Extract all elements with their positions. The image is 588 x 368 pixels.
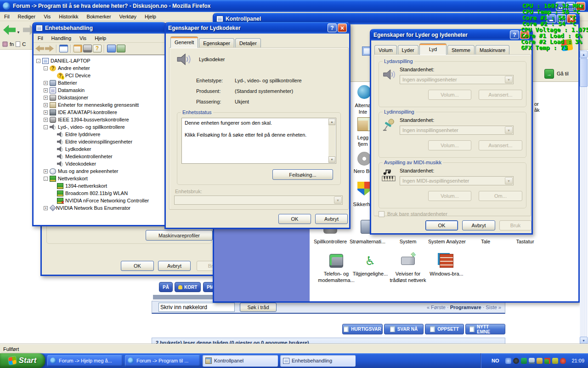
- tray-green-c-icon[interactable]: [521, 358, 527, 364]
- quick-reply-button[interactable]: HURTIGSVAR: [342, 324, 383, 334]
- tab-lyder[interactable]: Lyder: [398, 45, 418, 55]
- start-button[interactable]: Start: [0, 353, 45, 368]
- sound-dialog-titlebar[interactable]: Egenskaper for Lyder og lydenheter: [371, 29, 531, 40]
- update-driver-icon[interactable]: [107, 45, 116, 52]
- tree-item-computer[interactable]: -DANIEL-LAPTOP: [34, 57, 165, 64]
- pagination-last[interactable]: Siste »: [486, 305, 501, 310]
- language-indicator[interactable]: NO: [487, 358, 504, 363]
- tab-maskinvare[interactable]: Maskinvare: [475, 45, 509, 55]
- tab-lyd[interactable]: Lyd: [419, 43, 447, 55]
- tab-egenskaper[interactable]: Egenskaper: [199, 38, 234, 48]
- midi-about-button[interactable]: Om...: [479, 191, 522, 201]
- recording-volume-button[interactable]: Volum...: [428, 140, 471, 150]
- tree-item-media-control[interactable]: Mediekontrollenheter: [34, 153, 165, 160]
- dm-menu-fil[interactable]: Fil: [34, 34, 47, 42]
- menu-hjelp[interactable]: Hjelp: [141, 13, 160, 20]
- pagination-first[interactable]: « Første: [427, 305, 446, 310]
- show-console-icon[interactable]: [59, 45, 68, 52]
- cancel-button[interactable]: Avbryt: [462, 220, 495, 230]
- dm-menu-hjelp[interactable]: Hjelp: [90, 34, 110, 42]
- codec-dialog-titlebar[interactable]: Egenskaper for Lydkodeker: [166, 22, 349, 34]
- menu-historikk[interactable]: Historikk: [55, 13, 82, 20]
- apply-button[interactable]: Bruk: [499, 220, 531, 230]
- go-label[interactable]: Gå til: [557, 71, 569, 76]
- playback-advanced-button[interactable]: Avansert...: [479, 90, 522, 100]
- combo-dropdown-icon[interactable]: ▼: [334, 196, 342, 204]
- reply-now-button[interactable]: SVAR NÅ: [384, 324, 424, 334]
- combo-dropdown-icon[interactable]: ▼: [505, 76, 513, 83]
- bookmark-fn[interactable]: fn: [10, 41, 14, 47]
- thread-search-input[interactable]: [158, 303, 235, 312]
- options-button[interactable]: OPPSETT: [425, 324, 464, 334]
- checkbox-icon[interactable]: [379, 211, 384, 217]
- task-forum-hjelp[interactable]: Forum -> Hjelp meg å...: [47, 355, 123, 367]
- scroll-down-icon[interactable]: ▼: [328, 156, 335, 163]
- tab-detaljer[interactable]: Detaljer: [235, 38, 261, 48]
- scrollbar[interactable]: ▲ ▼: [580, 51, 588, 344]
- menu-vis[interactable]: Vis: [40, 13, 55, 20]
- device-manager-titlebar[interactable]: Enhetsbehandling: [34, 22, 165, 34]
- tray-network-icon[interactable]: [529, 358, 535, 364]
- keyboard-label[interactable]: Tastatur: [500, 238, 550, 245]
- task-forum-program[interactable]: Forum -> Program til ...: [125, 355, 200, 367]
- tray-yellow2-icon[interactable]: [552, 358, 558, 364]
- properties-icon[interactable]: [74, 45, 82, 52]
- tree-item-audio-codecs[interactable]: Lydkodeker: [34, 145, 165, 153]
- tree-item-ide[interactable]: +IDE ATA/ATAPI-kontrollere: [34, 109, 165, 116]
- go-arrow-icon[interactable]: →: [544, 69, 554, 79]
- default-devices-checkbox[interactable]: Bruk bare standardenheter: [379, 211, 447, 217]
- device-usage-combo[interactable]: ▼: [174, 196, 343, 205]
- tree-item-video-codecs[interactable]: Videokodeker: [34, 160, 165, 167]
- phone-modem-icon[interactable]: [329, 254, 343, 268]
- tree-item-sound-controllers[interactable]: -Lyd-, video- og spillkontrollere: [34, 123, 165, 131]
- tree-item-legacy-audio[interactable]: Eldre lyddrivere: [34, 131, 165, 138]
- playback-device-combo[interactable]: Ingen avspillingsenheter▼: [400, 75, 514, 84]
- menu-bokmerker[interactable]: Bokmerker: [82, 13, 115, 20]
- new-topic-button[interactable]: NYTT EMNE: [465, 324, 505, 334]
- midi-device-combo[interactable]: Ingen MIDI-avspillingsenheter▼: [400, 176, 514, 185]
- scroll-up-icon[interactable]: ▲: [328, 119, 335, 125]
- cancel-button[interactable]: Avbryt: [315, 214, 348, 224]
- windows-firewall-label[interactable]: Windows-bra...: [421, 270, 472, 277]
- accessibility-icon[interactable]: ♿: [363, 254, 377, 268]
- tree-item-other-devices[interactable]: -Andre enheter: [34, 64, 165, 72]
- task-enhetsbehandling[interactable]: Enhetsbehandling: [280, 355, 356, 367]
- task-kontrollpanel[interactable]: Kontrollpanel: [203, 355, 278, 367]
- tree-item-nvidia-nforce[interactable]: NVIDIA nForce Networking Controller: [34, 197, 165, 204]
- print-icon[interactable]: [83, 45, 92, 52]
- tab-stemme[interactable]: Stemme: [447, 45, 475, 55]
- tray-yellow-icon[interactable]: [537, 358, 543, 364]
- help-button[interactable]: [510, 30, 519, 39]
- tree-item-disk-drives[interactable]: +Diskstasjoner: [34, 94, 165, 101]
- clock[interactable]: 21:09: [568, 358, 584, 363]
- menu-fil[interactable]: Fil: [0, 13, 14, 20]
- back-button-icon[interactable]: [3, 25, 16, 35]
- internet-options-icon[interactable]: [357, 85, 371, 99]
- forum-card-button[interactable]: KORT: [175, 282, 201, 292]
- scroll-down-icon[interactable]: ▼: [580, 337, 588, 344]
- back-dropdown-icon[interactable]: ▼: [17, 30, 20, 34]
- menu-verktoy[interactable]: Verktøy: [115, 13, 141, 20]
- forum-online-button[interactable]: PÅ: [159, 282, 173, 292]
- recording-device-combo[interactable]: Ingen innspillingsenheter▼: [400, 126, 514, 135]
- combo-dropdown-icon[interactable]: ▼: [505, 126, 513, 134]
- back-icon[interactable]: [35, 45, 44, 52]
- textarea-scrollbar[interactable]: ▲ ▼: [328, 119, 335, 163]
- tray-green-x-icon[interactable]: [544, 358, 550, 364]
- add-remove-programs-icon[interactable]: [357, 117, 371, 131]
- tree-item-computer-node[interactable]: +Datamaskin: [34, 86, 165, 94]
- troubleshoot-button[interactable]: Feilsøking...: [272, 169, 333, 180]
- firewall-icon[interactable]: [440, 254, 453, 268]
- tree-item-batteries[interactable]: +Batterier: [34, 79, 165, 86]
- ok-button[interactable]: OK: [425, 220, 458, 230]
- tree-item-broadcom[interactable]: Broadcom 802.11b/g WLAN: [34, 190, 165, 197]
- playback-volume-button[interactable]: Volum...: [428, 90, 471, 100]
- ok-button[interactable]: OK: [278, 214, 311, 224]
- search-thread-button[interactable]: Søk i tråd: [240, 303, 277, 312]
- tree-item-legacy-capture[interactable]: Eldre videoinnspillingsenheter: [34, 138, 165, 145]
- tree-item-pci-device[interactable]: PCI Device: [34, 72, 165, 79]
- help-icon[interactable]: ?: [93, 45, 102, 52]
- firefox-titlebar[interactable]: Forum -> Program til å se hva delene het…: [0, 0, 588, 12]
- tree-item-mice[interactable]: +Mus og andre pekeenheter: [34, 167, 165, 175]
- tree-item-1394-net[interactable]: 1394-nettverkskort: [34, 182, 165, 190]
